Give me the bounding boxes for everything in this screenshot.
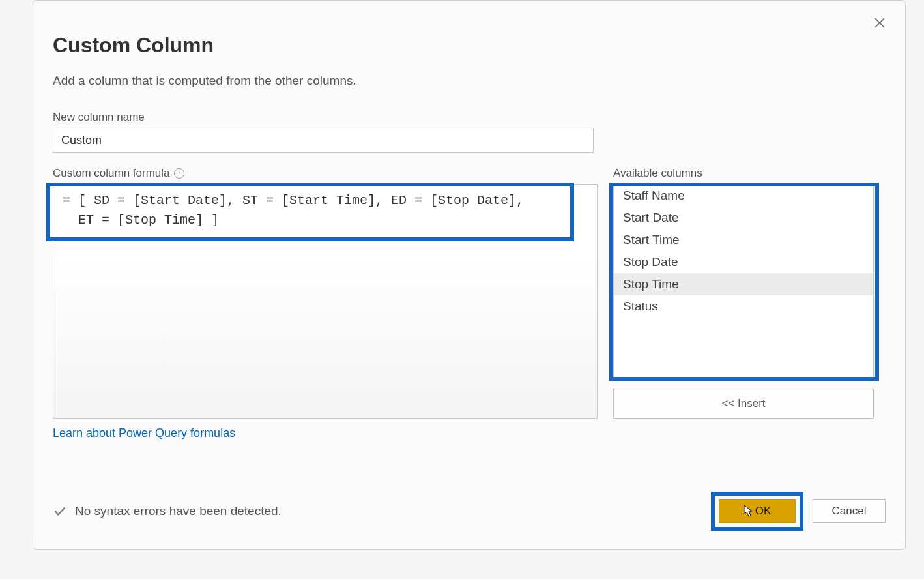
column-item[interactable]: Staff Name — [614, 185, 873, 207]
highlight-box-ok: OK — [711, 492, 803, 531]
column-item[interactable]: Status — [614, 295, 873, 318]
dialog-subtitle: Add a column that is computed from the o… — [53, 74, 886, 88]
insert-button[interactable]: << Insert — [613, 389, 874, 419]
status-message: No syntax errors have been detected. — [75, 504, 282, 518]
cancel-button[interactable]: Cancel — [813, 499, 886, 523]
column-item[interactable]: Stop Time — [614, 273, 873, 295]
ok-button[interactable]: OK — [719, 499, 796, 523]
formula-label: Custom column formula i — [53, 167, 600, 180]
info-icon[interactable]: i — [174, 168, 184, 179]
dialog-title: Custom Column — [53, 33, 886, 57]
column-item[interactable]: Start Date — [614, 207, 873, 229]
close-icon — [874, 17, 886, 29]
close-button[interactable] — [871, 14, 889, 32]
learn-link[interactable]: Learn about Power Query formulas — [53, 426, 235, 440]
available-columns-list[interactable]: Staff NameStart DateStart TimeStop DateS… — [613, 184, 874, 379]
new-column-name-input[interactable] — [53, 128, 594, 153]
new-column-name-label: New column name — [53, 111, 886, 124]
cursor-icon — [744, 505, 754, 518]
custom-column-dialog: Custom Column Add a column that is compu… — [33, 0, 906, 550]
column-item[interactable]: Start Time — [614, 229, 873, 251]
checkmark-icon — [53, 504, 67, 518]
formula-editor[interactable]: = [ SD = [Start Date], ST = [Start Time]… — [53, 184, 598, 419]
status-row: No syntax errors have been detected. — [53, 504, 282, 518]
column-item[interactable]: Stop Date — [614, 251, 873, 273]
available-columns-label: Available columns — [613, 167, 874, 180]
